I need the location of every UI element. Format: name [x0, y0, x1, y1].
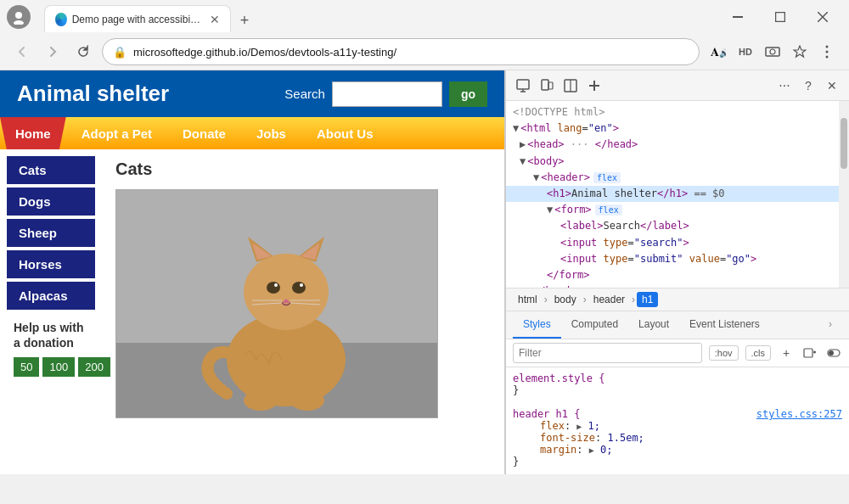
- tab-styles[interactable]: Styles: [513, 311, 561, 339]
- svg-point-24: [274, 283, 278, 287]
- toggle-classes-button[interactable]: [825, 344, 842, 361]
- scroll-thumb[interactable]: [841, 118, 847, 169]
- donation-100-button[interactable]: 100: [42, 357, 75, 377]
- search-input[interactable]: [332, 81, 442, 107]
- css-prop-flex: flex: ▶ 1;: [526, 420, 600, 432]
- more-button[interactable]: [815, 40, 839, 64]
- breadcrumb-bar: html › body › header › h1: [506, 288, 849, 311]
- css-prop-margin: margin: ▶ 0;: [526, 444, 613, 456]
- profile-avatar[interactable]: [7, 5, 31, 29]
- tab-layout[interactable]: Layout: [628, 311, 679, 339]
- html-tree: <!DOCTYPE html> ▼<html lang="en"> ▶<head…: [506, 101, 839, 288]
- address-text: microsoftedge.github.io/Demos/devtools-a…: [133, 46, 396, 59]
- add-panel-button[interactable]: [584, 76, 604, 96]
- svg-point-1: [14, 20, 24, 25]
- code-header[interactable]: ▼<header>flex: [506, 170, 839, 186]
- code-input-submit[interactable]: <input type="submit" value="go">: [506, 251, 839, 267]
- code-input-search[interactable]: <input type="search">: [506, 235, 839, 251]
- styles-panel: :hov .cls + element.style { }: [506, 339, 849, 474]
- sidebar-item-sheep[interactable]: Sheep: [7, 219, 95, 247]
- devtools-help-button[interactable]: ?: [798, 76, 818, 96]
- svg-point-32: [290, 390, 324, 411]
- svg-point-11: [826, 51, 829, 53]
- nav-item-donate[interactable]: Donate: [167, 117, 241, 149]
- lock-icon: 🔒: [113, 46, 127, 59]
- tab-title: Demo page with accessibility issu: [72, 14, 201, 25]
- refresh-button[interactable]: [71, 40, 95, 64]
- tab-event-listeners[interactable]: Event Listeners: [679, 311, 770, 339]
- address-bar[interactable]: 🔒 microsoftedge.github.io/Demos/devtools…: [102, 38, 700, 65]
- svg-point-31: [244, 390, 278, 411]
- donation-50-button[interactable]: 50: [14, 357, 39, 377]
- code-head[interactable]: ▶<head> ··· </head>: [506, 137, 839, 153]
- css-close-brace-0: }: [513, 384, 519, 396]
- add-style-button[interactable]: +: [778, 344, 795, 361]
- main-content: Cats: [102, 149, 504, 428]
- sidebar-item-dogs[interactable]: Dogs: [7, 188, 95, 216]
- browser-tab[interactable]: Demo page with accessibility issu ✕: [44, 5, 231, 32]
- breadcrumb-h1[interactable]: h1: [637, 292, 658, 307]
- css-prop-font-size: font-size: 1.5em;: [526, 432, 644, 444]
- back-button[interactable]: [10, 40, 34, 64]
- content-area: Cats Dogs Sheep Horses Alpacas Help us w…: [0, 149, 504, 428]
- breadcrumb-body[interactable]: body: [549, 292, 582, 307]
- filter-input[interactable]: [513, 343, 702, 363]
- nav-item-adopt[interactable]: Adopt a Pet: [66, 117, 167, 149]
- svg-point-25: [300, 283, 303, 287]
- filter-row: :hov .cls +: [506, 339, 849, 367]
- cls-button[interactable]: .cls: [745, 345, 772, 361]
- forward-button[interactable]: [41, 40, 65, 64]
- code-scrollbar[interactable]: [839, 101, 849, 288]
- screenshot-button[interactable]: [761, 40, 784, 64]
- code-label[interactable]: <label>Search</label>: [506, 218, 839, 234]
- code-body[interactable]: ▼<body>: [506, 154, 839, 170]
- sidebar: Cats Dogs Sheep Horses Alpacas Help us w…: [0, 149, 102, 428]
- code-form[interactable]: ▼<form>flex: [506, 202, 839, 218]
- css-source-link[interactable]: styles.css:257: [756, 408, 842, 420]
- css-rules-area: element.style { } header h1 { styles.css…: [506, 367, 849, 473]
- devtools-panel: ··· ? ✕ <!DOCTYPE html> ▼<html lang="en"…: [505, 70, 849, 474]
- tab-close-button[interactable]: ✕: [210, 13, 220, 26]
- code-h1[interactable]: <h1>Animal shelter</h1> == $0: [506, 186, 839, 202]
- sidebar-item-horses[interactable]: Horses: [7, 250, 95, 278]
- read-aloud-button[interactable]: 𝐀🔊: [706, 40, 730, 64]
- sidebar-item-alpacas[interactable]: Alpacas: [7, 282, 95, 310]
- code-html[interactable]: ▼<html lang="en">: [506, 120, 839, 137]
- maximize-button[interactable]: [761, 3, 800, 31]
- website-panel: Animal shelter Search go Home Adopt a Pe…: [0, 70, 505, 474]
- breadcrumb-header[interactable]: header: [588, 292, 630, 307]
- go-button[interactable]: go: [449, 81, 487, 107]
- tabs-overflow-button[interactable]: ›: [818, 311, 842, 339]
- donation-text: Help us with a donation: [14, 320, 88, 350]
- minimize-button[interactable]: [718, 3, 757, 31]
- nav-item-home[interactable]: Home: [0, 117, 66, 149]
- nav-item-jobs[interactable]: Jobs: [241, 117, 301, 149]
- close-button[interactable]: [803, 3, 842, 31]
- svg-rect-33: [517, 80, 529, 89]
- page-heading: Cats: [115, 160, 491, 179]
- code-form-close[interactable]: </form>: [506, 267, 839, 283]
- window-controls: [718, 3, 842, 31]
- new-style-rule-button[interactable]: [801, 344, 818, 361]
- hov-button[interactable]: :hov: [709, 345, 739, 361]
- tab-computed[interactable]: Computed: [561, 311, 628, 339]
- search-label: Search: [284, 87, 325, 101]
- devtools-more-button[interactable]: ···: [774, 76, 795, 96]
- nav-item-about[interactable]: About Us: [301, 117, 389, 149]
- new-tab-button[interactable]: +: [233, 8, 256, 32]
- breadcrumb-html[interactable]: html: [513, 292, 543, 307]
- svg-rect-36: [542, 80, 548, 90]
- device-toolbar-button[interactable]: [537, 76, 557, 96]
- sidebar-item-cats[interactable]: Cats: [7, 156, 95, 184]
- panel-tabs: Styles Computed Layout Event Listeners ›: [506, 311, 849, 339]
- code-doctype: <!DOCTYPE html>: [506, 104, 839, 120]
- svg-point-22: [267, 282, 280, 294]
- panel-layout-button[interactable]: [560, 76, 581, 96]
- favorites-button[interactable]: [788, 40, 812, 64]
- svg-point-0: [15, 12, 22, 19]
- devtools-close-button[interactable]: ✕: [822, 76, 842, 96]
- site-header: Animal shelter Search go: [0, 70, 504, 117]
- inspect-element-button[interactable]: [513, 76, 533, 96]
- hd-button[interactable]: HD: [734, 40, 757, 64]
- css-selector-header-h1: header h1 {: [513, 408, 580, 420]
